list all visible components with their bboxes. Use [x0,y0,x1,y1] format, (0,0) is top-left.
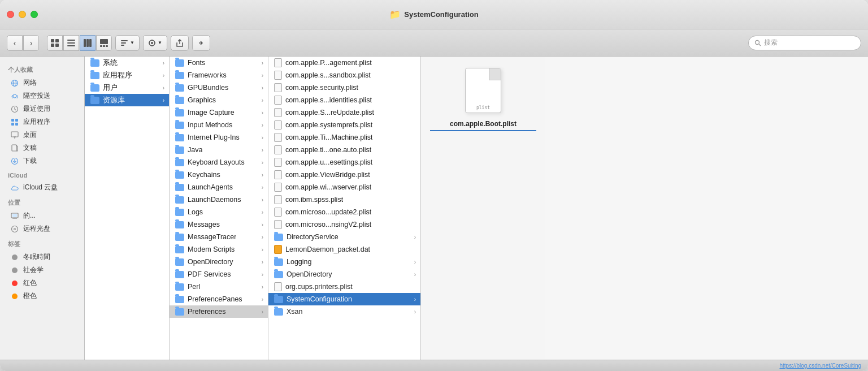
col-item-xsan[interactable]: Xsan › [268,305,420,318]
sidebar-item-tag-shehui[interactable]: 社会学 [2,264,82,277]
list-view-button[interactable] [63,35,79,51]
col-item-launchdaemons[interactable]: LaunchDaemons › [170,193,268,206]
col-item-preferences[interactable]: Preferences › [170,305,268,318]
sidebar-item-tag-dongmian[interactable]: 冬眠時間 [2,251,82,264]
forward-button[interactable]: › [23,35,39,51]
col-item-plist-msupdate2[interactable]: com.microso...update2.plist [268,206,420,218]
sidebar-item-recent[interactable]: 最近使用 [2,102,82,115]
close-button[interactable] [7,11,14,18]
col-item-plist-reupdate[interactable]: com.apple.S...reUpdate.plist [268,106,420,119]
sidebar-item-apps[interactable]: 应用程序 [2,115,82,128]
col-item-inputmethods[interactable]: Input Methods › [170,119,268,131]
maximize-button[interactable] [31,11,38,18]
label-logs: Logs [188,208,203,216]
col-item-fonts[interactable]: Fonts › [170,57,268,69]
col-item-plist-ibmspss[interactable]: com.ibm.spss.plist [268,193,420,206]
col-item-perl[interactable]: Perl › [170,281,268,293]
col-item-plist-usettings[interactable]: com.apple.u...esettings.plist [268,156,420,169]
col-item-opendirectory[interactable]: OpenDirectory › [170,256,268,268]
col-item-gpubundles[interactable]: GPUBundles › [170,81,268,94]
col-item-library[interactable]: 资源库 › [85,94,169,106]
sidebar-section-icloud: iCloud [0,167,84,181]
sidebar-item-tag-red[interactable]: 红色 [2,277,82,290]
sidebar-item-desktop[interactable]: 桌面 [2,128,82,141]
col-item-apps[interactable]: 应用程序 › [85,69,169,81]
svg-rect-4 [67,40,75,41]
sidebar-item-remote-disc[interactable]: 远程光盘 [2,222,82,235]
sidebar-item-tag-orange[interactable]: 橙色 [2,290,82,303]
col-item-frameworks[interactable]: Frameworks › [170,69,268,81]
col-item-plist-cups[interactable]: org.cups.printers.plist [268,281,420,293]
sidebar-item-macintosh[interactable]: 的... [2,209,82,222]
sidebar-label-recent: 最近使用 [23,104,50,114]
gallery-view-button[interactable] [96,35,112,51]
col-item-messagetracer[interactable]: MessageTracer › [170,231,268,243]
col-item-lemondaemon[interactable]: LemonDaemon_packet.dat [268,243,420,256]
col-item-plist-viewbridge[interactable]: com.apple.ViewBridge.plist [268,169,420,181]
fi-launchagents [175,184,184,191]
file-icon-plist2 [274,71,282,80]
bottom-bar: https://blog.csdn.net/CoreSuiting [0,360,868,371]
col-item-imagecapture[interactable]: Image Capture › [170,106,268,119]
path-button[interactable] [192,35,210,51]
col-item-launchagents[interactable]: LaunchAgents › [170,181,268,193]
label-pdfservices: PDF Services [188,270,231,278]
col-item-preferencepanes[interactable]: PreferencePanes › [170,293,268,305]
search-box[interactable]: 搜索 [748,36,861,50]
sidebar-item-network[interactable]: 网络 [2,76,82,89]
view-buttons [47,35,112,51]
apps-icon [10,118,19,127]
icon-view-button[interactable] [47,35,63,51]
col-item-system[interactable]: 系统 › [85,57,169,69]
col-item-plist-tione[interactable]: com.apple.ti...one.auto.plist [268,144,420,156]
label-perl: Perl [188,283,200,291]
sidebar-item-downloads[interactable]: 下载 [2,154,82,167]
svg-point-17 [151,42,153,44]
action-button[interactable]: ▼ [143,35,167,51]
col-item-opendirectory2[interactable]: OpenDirectory › [268,268,420,281]
fi-logging [274,258,283,266]
tag-gray2-icon [10,266,19,275]
chevron-sysconfig: › [414,296,416,303]
col-item-logs[interactable]: Logs › [170,206,268,218]
label-systemconfiguration: SystemConfiguration [287,295,352,303]
col-item-systemconfiguration[interactable]: SystemConfiguration › [268,293,420,305]
sidebar-item-docs[interactable]: 文稿 [2,141,82,154]
col-item-plist-identities[interactable]: com.apple.s...identities.plist [268,94,420,106]
nav-buttons: ‹ › [7,35,39,51]
col-item-plist-security[interactable]: com.apple.security.plist [268,81,420,94]
sidebar-item-airdrop[interactable]: 隔空投送 [2,89,82,102]
col-item-plist-msnsing[interactable]: com.microso...nsingV2.plist [268,218,420,231]
col-item-users[interactable]: 用户 › [85,81,169,94]
col-item-java[interactable]: Java › [170,144,268,156]
label-plist-cups: org.cups.printers.plist [285,283,353,291]
col-item-messages[interactable]: Messages › [170,218,268,231]
col-item-modemscripts[interactable]: Modem Scripts › [170,243,268,256]
label-launchdaemons: LaunchDaemons [188,196,241,204]
col-item-keychains[interactable]: Keychains › [170,169,268,181]
col-item-plist-pageagement[interactable]: com.apple.P...agement.plist [268,57,420,69]
label-opendirectory2: OpenDirectory [287,270,332,278]
label-opendirectory: OpenDirectory [188,258,233,266]
share-button[interactable] [171,35,189,51]
minimize-button[interactable] [19,11,26,18]
col-item-logging[interactable]: Logging › [268,256,420,268]
col-item-internetplugins[interactable]: Internet Plug-Ins › [170,131,268,144]
fi-systemconfiguration [274,296,283,303]
col-item-keyboardlayouts[interactable]: Keyboard Layouts › [170,156,268,169]
col-item-directoryservice[interactable]: DirectoryService › [268,231,420,243]
sidebar-item-icloud[interactable]: iCloud 云盘 [2,181,82,194]
col-item-plist-sandbox[interactable]: com.apple.s...sandbox.plist [268,69,420,81]
arrange-button[interactable]: ▼ [115,35,140,51]
col-item-graphics[interactable]: Graphics › [170,94,268,106]
sidebar-label-network: 网络 [23,78,37,88]
col-item-plist-wserver[interactable]: com.apple.wi...wserver.plist [268,181,420,193]
col-item-pdfservices[interactable]: PDF Services › [170,268,268,281]
col-item-plist-timemachine[interactable]: com.apple.Ti...Machine.plist [268,131,420,144]
col-item-plist-systemprefs[interactable]: com.apple.systemprefs.plist [268,119,420,131]
svg-rect-11 [100,45,102,47]
column-view-button[interactable] [80,35,96,51]
sidebar-label-macintosh: 的... [23,211,36,221]
svg-rect-16 [121,45,124,46]
back-button[interactable]: ‹ [7,35,23,51]
